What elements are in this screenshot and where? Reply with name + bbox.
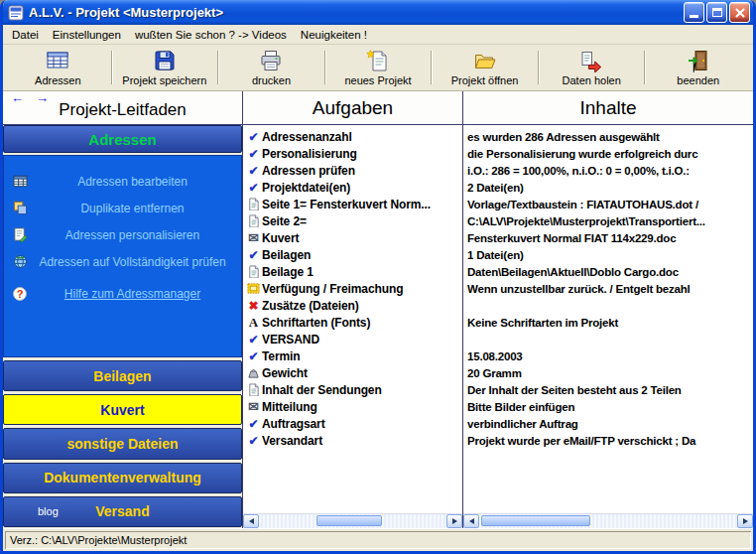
sidebar-section-sonstige-dateien[interactable]: sonstige Dateien <box>3 428 242 459</box>
toolbar-button-neues-projekt[interactable]: neues Projekt <box>327 47 430 88</box>
sidebar-section-adressen[interactable]: Adressen <box>3 125 242 153</box>
menu-item-datei[interactable]: Datei <box>5 27 46 43</box>
titlebar[interactable]: A.L.V. - Projekt <Musterprojekt> <box>3 0 753 25</box>
sidebar-section-kuvert[interactable]: Kuvert <box>3 394 242 425</box>
sidebar-item-duplikate-entfernen[interactable]: Duplikate entfernen <box>10 201 235 215</box>
sidebar-section-label: Beilagen <box>93 368 151 384</box>
task-row-beilage-1[interactable]: Beilage 1 <box>243 263 462 280</box>
scroll-right-button[interactable] <box>737 514 753 528</box>
sidebar-sections: BeilagenKuvertsonstige DateienDokumenten… <box>3 360 242 528</box>
check-icon: ✔ <box>245 248 262 262</box>
task-row-kuvert[interactable]: ✉Kuvert <box>243 229 462 246</box>
close-button[interactable] <box>729 2 750 23</box>
task-label: Kuvert <box>262 231 299 245</box>
task-label: Auftragsart <box>262 417 325 431</box>
task-row-seite-2[interactable]: Seite 2= <box>243 212 462 229</box>
task-row-seite-1-fensterkuvert-norm[interactable]: Seite 1= Fensterkuvert Norm... <box>243 196 462 212</box>
menu-item-einstellungen[interactable]: Einstellungen <box>46 27 128 43</box>
task-label: Schriftarten (Fonts) <box>262 316 370 330</box>
sidebar-section-beilagen[interactable]: Beilagen <box>3 360 242 391</box>
task-row-mitteilung[interactable]: ✉Mitteilung <box>243 398 462 415</box>
check-icon: ✔ <box>245 164 262 178</box>
menu-item-wußten-sie-schon-videos[interactable]: wußten Sie schon ? -> Videos <box>128 27 294 43</box>
menu-item-neuigkeiten[interactable]: Neuigkeiten ! <box>294 27 374 43</box>
toolbar-separator <box>324 51 325 84</box>
toolbar-button-adressen[interactable]: Adressen <box>7 47 109 88</box>
nav-back-button[interactable]: ← <box>11 91 24 105</box>
window-title: A.L.V. - Projekt <Musterprojekt> <box>29 5 684 20</box>
contents-horizontal-scrollbar[interactable] <box>463 513 753 528</box>
save-icon <box>153 49 177 72</box>
header-projekt-leitfaden: ← → Projekt-Leitfaden <box>3 91 243 124</box>
sidebar-item-hilfe-zum-adressmanager[interactable]: ?Hilfe zum Adressmanager <box>10 287 235 301</box>
tasks-rows: ✔Adressenanzahl✔Personalisierung✔Adresse… <box>243 128 462 513</box>
sidebar: Adressen Adressen bearbeitenDuplikate en… <box>3 125 243 528</box>
page-title-leitfaden: Projekt-Leitfaden <box>59 100 187 120</box>
task-row-schriftarten-fonts[interactable]: ASchriftarten (Fonts) <box>243 314 462 331</box>
triangle-left-icon <box>469 518 474 524</box>
addresses-icon <box>46 49 69 72</box>
contents-rows: es wurden 286 Adressen ausgewähltdie Per… <box>463 128 753 513</box>
new-project-icon <box>366 49 390 72</box>
exit-icon <box>687 49 710 72</box>
task-row-zusätze-dateien[interactable]: ✖Zusätze (Dateien) <box>243 297 462 314</box>
nav-forward-button[interactable]: → <box>36 91 49 105</box>
scroll-track[interactable] <box>259 514 446 528</box>
table-icon <box>10 174 30 189</box>
sidebar-item-adressen-personalisieren[interactable]: Adressen personalisieren <box>10 227 235 242</box>
sidebar-item-adressen-bearbeiten[interactable]: Adressen bearbeiten <box>10 174 235 189</box>
toolbar-button-label: Adressen <box>35 74 80 86</box>
sidebar-section-label: Kuvert <box>100 402 144 418</box>
task-row-inhalt-der-sendungen[interactable]: Inhalt der Sendungen <box>243 381 462 398</box>
task-row-adressenanzahl[interactable]: ✔Adressenanzahl <box>243 128 462 145</box>
content-row-versand <box>463 331 753 347</box>
scroll-track[interactable] <box>479 514 737 528</box>
check-icon: ✔ <box>245 147 262 161</box>
content-row-beilage-1: Daten\Beilagen\Aktuell\Doblo Cargo.doc <box>463 263 753 280</box>
task-row-adressen-prüfen[interactable]: ✔Adressen prüfen <box>243 162 462 179</box>
column-headers: ← → Projekt-Leitfaden Aufgaben Inhalte <box>3 91 753 125</box>
toolbar-button-drucken[interactable]: drucken <box>220 47 322 88</box>
task-label: Versandart <box>262 434 322 448</box>
check-icon: ✔ <box>245 349 262 363</box>
task-label: Inhalt der Sendungen <box>262 383 382 397</box>
task-label: Verfügung / Freimachung <box>262 282 403 296</box>
tasks-horizontal-scrollbar[interactable] <box>243 513 462 528</box>
sidebar-section-dokumentenverwaltung[interactable]: Dokumentenverwaltung <box>3 463 242 493</box>
task-row-versandart[interactable]: ✔Versandart <box>243 432 462 449</box>
toolbar-button-projekt-öffnen[interactable]: Projekt öffnen <box>434 47 536 88</box>
task-label: Seite 1= Fensterkuvert Norm... <box>262 198 431 211</box>
font-a-icon: A <box>245 315 262 331</box>
toolbar-button-beenden[interactable]: beenden <box>647 47 749 88</box>
document-icon <box>245 383 262 396</box>
tasks-column: ✔Adressenanzahl✔Personalisierung✔Adresse… <box>243 125 463 528</box>
blog-label[interactable]: blog <box>38 505 59 517</box>
scroll-right-button[interactable] <box>446 514 462 528</box>
toolbar-button-projekt-speichern[interactable]: Projekt speichern <box>114 47 216 88</box>
personalize-icon <box>10 227 30 242</box>
task-row-versand[interactable]: ✔VERSAND <box>243 331 462 347</box>
task-row-gewicht[interactable]: Gewicht <box>243 364 462 381</box>
minimize-button[interactable] <box>684 2 704 23</box>
task-row-termin[interactable]: ✔Termin <box>243 347 462 364</box>
task-label: Projektdatei(en) <box>262 181 350 195</box>
scroll-left-button[interactable] <box>243 514 259 528</box>
task-row-personalisierung[interactable]: ✔Personalisierung <box>243 145 462 162</box>
maximize-button[interactable] <box>706 2 727 23</box>
scroll-thumb[interactable] <box>316 515 382 526</box>
minimize-icon <box>690 15 698 18</box>
task-row-projektdatei-en[interactable]: ✔Projektdatei(en) <box>243 179 462 196</box>
sidebar-item-adressen-auf-vollständigkeit-prüfen[interactable]: Adressen auf Vollständigkeit prüfen <box>10 254 235 269</box>
scroll-thumb[interactable] <box>481 515 590 526</box>
task-row-auftragsart[interactable]: ✔Auftragsart <box>243 415 462 432</box>
adressen-panel: Adressen bearbeitenDuplikate entfernenAd… <box>3 155 242 357</box>
task-row-verfügung-freimachung[interactable]: Verfügung / Freimachung <box>243 280 462 297</box>
open-project-icon <box>473 49 497 72</box>
scroll-left-button[interactable] <box>463 514 479 528</box>
content-row-seite-1-fensterkuvert-norm: Vorlage/Textbaustein : FIATAUTOHAUS.dot … <box>463 196 753 212</box>
task-row-beilagen[interactable]: ✔Beilagen <box>243 246 462 263</box>
toolbar-button-daten-holen[interactable]: Daten holen <box>541 47 643 88</box>
content-row-personalisierung: die Personalisierung wurde erfolgreich d… <box>463 145 753 162</box>
sidebar-section-versand[interactable]: blogVersand <box>3 496 242 527</box>
check-icon: ✔ <box>245 181 262 195</box>
